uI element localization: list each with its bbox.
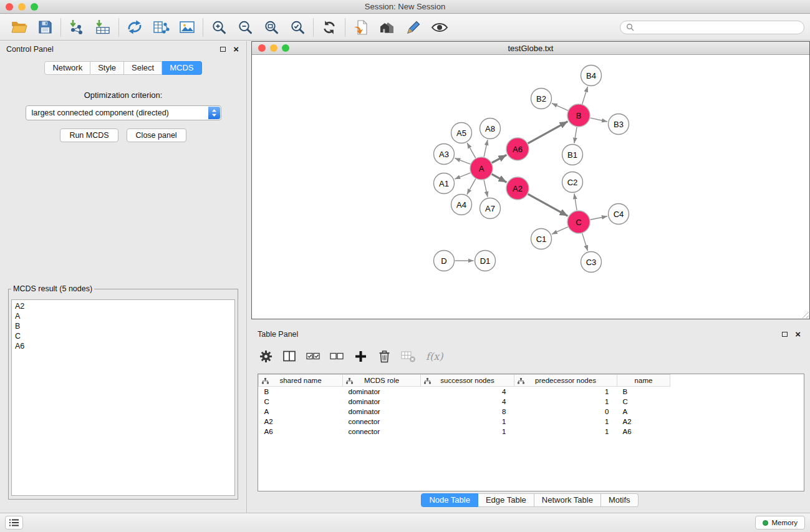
tab-edge-table[interactable]: Edge Table	[478, 493, 534, 507]
network-zoom-button[interactable]	[282, 44, 289, 52]
graph-node-D1[interactable]: D1	[475, 251, 496, 271]
graph-edge-A2-C[interactable]	[528, 194, 568, 216]
tab-network[interactable]: Network	[44, 61, 90, 75]
function-builder-button[interactable]: f(x)	[426, 348, 443, 364]
column-header-name[interactable]: name	[617, 375, 670, 387]
home-button[interactable]	[374, 17, 400, 38]
graph-node-A8[interactable]: A8	[480, 118, 501, 139]
table-row[interactable]: Adominator80A	[259, 407, 804, 417]
export-image-button[interactable]	[174, 17, 200, 38]
table-cell[interactable]: B	[259, 387, 343, 397]
column-header-successor-nodes[interactable]: successor nodes	[421, 375, 514, 387]
graph-node-A3[interactable]: A3	[434, 144, 455, 165]
graph-node-A[interactable]: A	[470, 157, 493, 180]
table-row[interactable]: A2connector11A2	[259, 417, 804, 427]
graph-node-B1[interactable]: B1	[562, 145, 583, 165]
close-window-button[interactable]	[6, 3, 13, 11]
float-table-panel-icon[interactable]	[782, 332, 788, 337]
graph-node-A7[interactable]: A7	[480, 198, 501, 219]
table-row[interactable]: A6connector11A6	[259, 427, 804, 437]
mcds-result-item[interactable]: A6	[15, 341, 231, 351]
graph-node-D[interactable]: D	[434, 251, 455, 271]
tab-select[interactable]: Select	[124, 61, 162, 75]
table-cell[interactable]: 1	[514, 387, 617, 397]
column-header-mcds-role[interactable]: MCDS role	[343, 375, 421, 387]
tab-network-table[interactable]: Network Table	[534, 493, 601, 507]
graph-edge-A-A7[interactable]	[484, 180, 488, 197]
zoom-selected-button[interactable]	[284, 17, 311, 38]
graph-edge-B-B3[interactable]	[591, 118, 607, 122]
graph-edge-A-A3[interactable]	[455, 158, 470, 165]
select-all-button[interactable]	[306, 348, 320, 364]
table-cell[interactable]: 1	[421, 417, 514, 427]
deselect-all-button[interactable]	[330, 348, 344, 364]
zoom-window-button[interactable]	[31, 3, 38, 11]
table-cell[interactable]: dominator	[343, 387, 421, 397]
mcds-result-item[interactable]: A	[15, 311, 231, 321]
graph-node-B4[interactable]: B4	[581, 65, 602, 86]
graph-node-A1[interactable]: A1	[434, 173, 455, 194]
graph-edge-A-A6[interactable]	[492, 155, 507, 163]
import-network-button[interactable]	[64, 17, 90, 38]
optimization-criterion-select[interactable]: largest connected component (directed)	[26, 105, 221, 120]
graph-edge-A-A4[interactable]	[467, 179, 476, 195]
graph-node-C[interactable]: C	[567, 211, 590, 233]
table-cell[interactable]: A2	[259, 417, 343, 427]
memory-button[interactable]: Memory	[755, 516, 805, 530]
table-options-button[interactable]	[259, 348, 272, 364]
table-cell[interactable]: 1	[421, 427, 514, 437]
mcds-result-item[interactable]: C	[15, 331, 231, 341]
graph-edge-A-A2[interactable]	[492, 174, 507, 182]
table-row[interactable]: Bdominator41B	[259, 387, 804, 397]
table-cell[interactable]: 1	[514, 427, 617, 437]
graph-node-C3[interactable]: C3	[581, 252, 602, 273]
table-cell[interactable]: 1	[514, 397, 617, 407]
graph-node-C4[interactable]: C4	[609, 204, 629, 225]
table-cell[interactable]: connector	[343, 427, 421, 437]
search-input[interactable]	[637, 23, 798, 32]
network-canvas[interactable]: B4B2BB3A5A8A6B1A3AC2A1A2A4A7CC4C1C3DD1	[252, 55, 809, 319]
network-cycle-button[interactable]	[122, 17, 148, 38]
zoom-out-button[interactable]	[232, 17, 258, 38]
table-cell[interactable]: 4	[421, 387, 514, 397]
table-cell[interactable]: C	[259, 397, 343, 407]
table-cell[interactable]: 0	[514, 407, 617, 417]
table-cell[interactable]: C	[617, 397, 670, 407]
graph-edge-B-B2[interactable]	[552, 104, 568, 111]
zoom-fit-button[interactable]	[258, 17, 284, 38]
table-cell[interactable]: 4	[421, 397, 514, 407]
add-column-button[interactable]	[354, 348, 367, 364]
table-row[interactable]: Cdominator41C	[259, 397, 804, 407]
graph-node-C2[interactable]: C2	[562, 172, 583, 193]
close-table-panel-icon[interactable]: ×	[795, 331, 801, 337]
column-header-predecessor-nodes[interactable]: predecessor nodes	[514, 375, 617, 387]
table-cell[interactable]: connector	[343, 417, 421, 427]
import-table-button[interactable]	[90, 17, 116, 38]
graph-node-B[interactable]: B	[567, 104, 590, 127]
graph-edge-A-A1[interactable]	[455, 173, 470, 179]
graph-node-B3[interactable]: B3	[609, 114, 629, 135]
table-cell[interactable]: A	[617, 407, 670, 417]
graph-edge-B-B4[interactable]	[582, 87, 588, 104]
delete-column-button[interactable]	[377, 348, 391, 364]
refresh-button[interactable]	[316, 17, 342, 38]
network-table-button[interactable]	[148, 17, 174, 38]
table-cell[interactable]: A6	[617, 427, 670, 437]
network-minimize-button[interactable]	[270, 44, 277, 52]
graph-edge-C-C1[interactable]	[552, 227, 568, 235]
graph-edge-C-C2[interactable]	[574, 193, 577, 210]
tab-node-table[interactable]: Node Table	[421, 493, 478, 507]
graph-edge-A6-B[interactable]	[528, 122, 568, 143]
table-cell[interactable]: B	[617, 387, 670, 397]
graph-node-A2[interactable]: A2	[506, 177, 529, 200]
run-mcds-button[interactable]: Run MCDS	[60, 128, 118, 142]
graph-node-A5[interactable]: A5	[451, 123, 472, 143]
graph-node-A6[interactable]: A6	[506, 138, 529, 160]
graph-node-A4[interactable]: A4	[451, 195, 472, 215]
graph-node-C1[interactable]: C1	[531, 229, 552, 249]
column-header-shared-name[interactable]: shared name	[259, 375, 343, 387]
table-cell[interactable]: dominator	[343, 407, 421, 417]
table-cell[interactable]: dominator	[343, 397, 421, 407]
tab-motifs[interactable]: Motifs	[601, 493, 639, 507]
zoom-in-button[interactable]	[206, 17, 232, 38]
